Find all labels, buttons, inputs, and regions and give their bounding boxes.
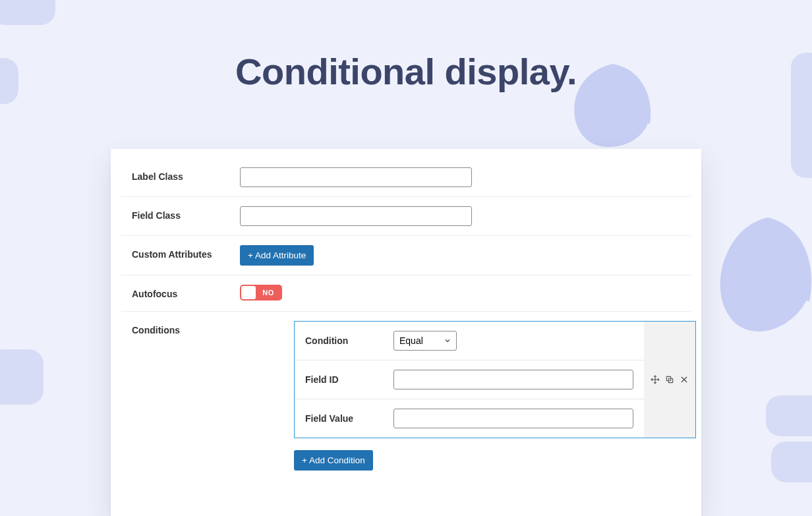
page-title: Conditional display. bbox=[0, 50, 812, 93]
label-class-input[interactable] bbox=[240, 167, 472, 187]
row-label-class: Label Class bbox=[121, 158, 691, 197]
close-icon[interactable] bbox=[680, 375, 689, 384]
bg-shape bbox=[766, 395, 812, 436]
row-field-class: Field Class bbox=[121, 197, 691, 236]
add-condition-button[interactable]: + Add Condition bbox=[294, 450, 373, 471]
move-icon[interactable] bbox=[651, 375, 660, 384]
condition-row-condition: Condition Equal bbox=[295, 322, 644, 360]
bg-shape bbox=[771, 442, 812, 482]
condition-row-field-value: Field Value bbox=[295, 399, 644, 438]
condition-type-select[interactable]: Equal bbox=[393, 331, 457, 351]
row-autofocus: Autofocus NO bbox=[121, 275, 691, 312]
bg-shape bbox=[0, 0, 55, 25]
copy-icon[interactable] bbox=[665, 375, 674, 384]
label-class-label: Label Class bbox=[132, 167, 240, 182]
condition-type-label: Condition bbox=[305, 335, 393, 346]
autofocus-toggle[interactable]: NO bbox=[240, 285, 282, 301]
field-id-label: Field ID bbox=[305, 374, 393, 385]
add-attribute-button[interactable]: + Add Attribute bbox=[240, 245, 314, 266]
condition-item: Condition Equal bbox=[294, 321, 696, 438]
condition-row-field-id: Field ID bbox=[295, 360, 644, 399]
settings-panel: Label Class Field Class Custom Attribute… bbox=[111, 149, 701, 516]
bg-shape bbox=[0, 349, 44, 405]
conditions-label: Conditions bbox=[132, 321, 240, 335]
field-id-input[interactable] bbox=[393, 370, 633, 389]
field-value-input[interactable] bbox=[393, 409, 633, 428]
autofocus-label: Autofocus bbox=[132, 285, 240, 299]
condition-actions bbox=[644, 322, 695, 438]
field-class-label: Field Class bbox=[132, 206, 240, 221]
toggle-text: NO bbox=[256, 289, 281, 297]
field-class-input[interactable] bbox=[240, 206, 472, 226]
toggle-knob bbox=[241, 286, 256, 299]
row-custom-attributes: Custom Attributes + Add Attribute bbox=[121, 236, 691, 275]
field-value-label: Field Value bbox=[305, 413, 393, 424]
row-conditions: Conditions Condition Equal bbox=[121, 312, 691, 480]
bg-leaf bbox=[718, 217, 812, 336]
custom-attributes-label: Custom Attributes bbox=[132, 245, 240, 260]
